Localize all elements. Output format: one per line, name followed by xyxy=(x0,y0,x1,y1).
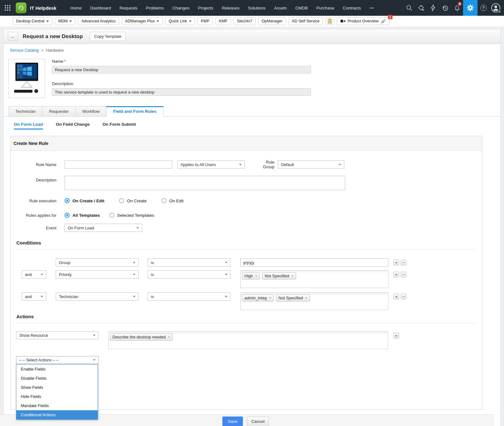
chevron-down-icon xyxy=(136,227,139,229)
remove-chip-icon[interactable]: × xyxy=(305,296,307,300)
subtab-on-field-change[interactable]: On Field Change xyxy=(56,122,89,130)
add-action-button[interactable]: + xyxy=(393,333,399,338)
condition-values-multiselect[interactable]: High× Not Specified× xyxy=(240,270,388,288)
event-select[interactable]: On Form Load xyxy=(65,224,142,232)
rule-name-input[interactable] xyxy=(65,160,172,169)
remove-chip-icon[interactable]: × xyxy=(291,274,294,278)
radio-on-create[interactable]: On Create xyxy=(119,198,146,203)
apps-grid-icon[interactable] xyxy=(4,5,11,11)
radio-all-templates[interactable]: All Templates xyxy=(65,213,100,218)
site24x7-button[interactable]: Site24x7 xyxy=(233,17,256,25)
rule-description-textarea[interactable] xyxy=(65,176,345,190)
desktop-central-button[interactable]: Desktop Central xyxy=(13,17,52,25)
nav-releases[interactable]: Releases xyxy=(222,6,239,10)
condition-field-select[interactable]: Technician xyxy=(56,292,139,301)
ad-self-service-button[interactable]: AD Self Service xyxy=(289,17,323,25)
nav-solutions[interactable]: Solutions xyxy=(248,6,266,10)
menu-item-show-fields[interactable]: Show Fields xyxy=(16,383,98,392)
breadcrumb-service-catalog[interactable]: Service Catalog xyxy=(10,48,39,53)
subtab-on-form-load[interactable]: On Form Load xyxy=(14,122,43,130)
save-button[interactable]: Save xyxy=(222,417,243,426)
menu-item-conditional-actions[interactable]: Conditional Actions xyxy=(16,410,98,419)
select-actions-dropdown[interactable]: – – Select Actions – – xyxy=(16,356,99,364)
search-icon[interactable] xyxy=(403,0,415,16)
radio-on-edit[interactable]: On Edit xyxy=(162,198,184,203)
subtab-on-form-submit[interactable]: On Form Submit xyxy=(103,122,136,130)
nav-requests[interactable]: Requests xyxy=(119,6,137,10)
chevron-down-icon xyxy=(157,20,159,22)
remove-condition-button[interactable]: − xyxy=(401,272,406,277)
notifications-bell-icon[interactable]: 4 xyxy=(451,0,463,16)
tab-technician[interactable]: Technician xyxy=(9,106,43,116)
template-description-field[interactable] xyxy=(52,88,311,96)
mdm-button[interactable]: MDM xyxy=(55,17,76,25)
tab-requester[interactable]: Requester xyxy=(42,106,76,116)
whats-new-tag-icon[interactable] xyxy=(415,0,427,16)
help-icon[interactable]: ? xyxy=(478,0,490,16)
rules-applies-label: Rules applies for xyxy=(11,213,56,218)
nav-assets[interactable]: Assets xyxy=(274,6,287,10)
radio-on-create-edit[interactable]: On Create / Edit xyxy=(65,198,104,203)
add-condition-button[interactable]: + xyxy=(393,260,399,265)
history-icon[interactable] xyxy=(439,0,451,16)
menu-item-enable-fields[interactable]: Enable Fields xyxy=(16,365,98,374)
menu-item-disable-fields[interactable]: Disable Fields xyxy=(16,374,98,383)
back-button[interactable]: ← xyxy=(8,32,18,41)
remove-condition-button[interactable]: − xyxy=(401,260,406,265)
kmp-button[interactable]: KMP xyxy=(215,17,231,25)
settings-gear-icon[interactable] xyxy=(463,0,478,16)
add-condition-button[interactable]: + xyxy=(393,294,399,299)
nav-dashboard[interactable]: Dashboard xyxy=(90,6,111,10)
tab-field-and-form-rules[interactable]: Field and Form Rules xyxy=(106,106,163,117)
copy-template-button[interactable]: Copy Template xyxy=(90,32,126,41)
advanced-analytics-button[interactable]: Advanced Analytics xyxy=(78,17,119,25)
product-overview-button[interactable]: Product Overview 1 xyxy=(337,17,390,25)
app-logo[interactable] xyxy=(16,3,26,13)
nav-home[interactable]: Home xyxy=(70,6,82,10)
condition-operator-select[interactable]: is xyxy=(148,258,231,267)
condition-operator-select[interactable]: is xyxy=(148,270,231,279)
quick-link-button[interactable]: Quick Link xyxy=(165,17,195,25)
cancel-button[interactable]: Cancel xyxy=(247,417,269,426)
rule-group-select[interactable]: Default xyxy=(278,160,344,169)
applies-to-select[interactable]: Applies to All Users xyxy=(177,160,245,169)
nav-contracts[interactable]: Contracts xyxy=(343,6,361,10)
user-avatar[interactable] xyxy=(491,3,501,13)
condition-values-multiselect[interactable]: admin_integ× Not Specified× xyxy=(240,292,388,310)
nav-purchase[interactable]: Purchase xyxy=(316,6,334,10)
admanager-plus-button[interactable]: ADManager Plus xyxy=(122,17,163,25)
rule-description-label: Description xyxy=(11,176,56,182)
nav-problems[interactable]: Problems xyxy=(146,6,164,10)
condition-field-select[interactable]: Priority xyxy=(56,270,139,279)
condition-value-input[interactable] xyxy=(240,258,388,267)
pmp-button[interactable]: PMP xyxy=(198,17,213,25)
action-type-select[interactable]: Show Resource xyxy=(16,331,99,339)
release-notes-button[interactable] xyxy=(325,17,334,25)
action-values-multiselect[interactable]: Describe the desktop needed× xyxy=(108,331,388,349)
nav-more-icon[interactable]: ••• xyxy=(369,6,374,10)
radio-selected-templates[interactable]: Selected Templates xyxy=(109,213,154,218)
template-name-field[interactable] xyxy=(52,66,311,73)
nav-changes[interactable]: Changes xyxy=(172,6,189,10)
condition-join-select[interactable]: and xyxy=(22,270,46,279)
menu-item-hide-fields[interactable]: Hide Fields xyxy=(16,392,98,401)
condition-field-select[interactable]: Group xyxy=(56,258,139,267)
remove-chip-icon[interactable]: × xyxy=(168,335,170,339)
remove-condition-button[interactable]: − xyxy=(401,294,406,299)
video-camera-icon xyxy=(340,19,346,23)
remove-chip-icon[interactable]: × xyxy=(255,274,257,278)
quick-actions-lightning-icon[interactable] xyxy=(427,0,439,16)
notification-count-badge: 4 xyxy=(457,1,462,7)
opmanager-button[interactable]: OpManager xyxy=(258,17,286,25)
condition-operator-select[interactable]: is xyxy=(148,292,231,301)
value-chip: admin_integ× xyxy=(242,294,274,302)
description-label: Description xyxy=(52,81,311,86)
condition-join-select[interactable]: and xyxy=(22,292,46,301)
remove-chip-icon[interactable]: × xyxy=(269,296,271,300)
menu-item-mandate-fields[interactable]: Mandate Fields xyxy=(16,401,98,410)
chevron-down-icon xyxy=(189,20,192,22)
add-condition-button[interactable]: + xyxy=(393,272,399,277)
tab-workflow[interactable]: Workflow xyxy=(75,106,106,116)
nav-projects[interactable]: Projects xyxy=(198,6,213,10)
nav-cmdb[interactable]: CMDB xyxy=(295,6,308,10)
